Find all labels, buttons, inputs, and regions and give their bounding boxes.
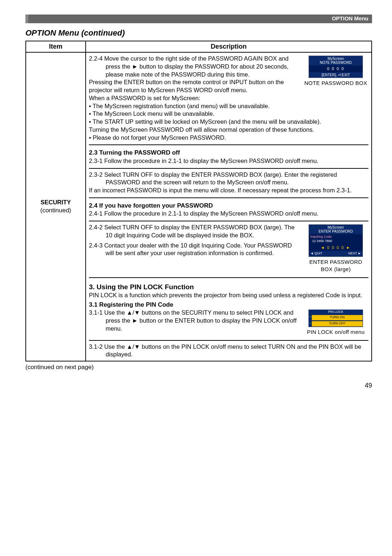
header-bar: OPTION Menu — [25, 15, 372, 23]
col-header-item: Item — [26, 41, 86, 52]
p-2-2-4-b1: • The MyScreen registration function (an… — [89, 102, 368, 110]
ui-note-l1: MyScreen — [310, 57, 361, 61]
ui-enter-right: NEXT ► — [348, 252, 361, 256]
p-2-2-4-b2: • The MyScreen Lock menu will be unavail… — [89, 110, 368, 118]
note-password-box-figure: MyScreen NOTE PASSWORD 0 0 0 0 [ENTER], … — [303, 56, 368, 86]
pin-lock-menu-figure: PIN LOCK •TURN ON •TURN OFF PIN LOCK on/… — [303, 310, 368, 335]
p-3-1-2: 3.1-2 Use the ▲/▼ buttons on the PIN LOC… — [89, 343, 368, 359]
section-heading: OPTION Menu (continued) — [25, 28, 372, 38]
item-cell-security: SECURITY (continued) — [26, 52, 86, 361]
pin-lock-menu-caption: PIN LOCK on/off menu — [303, 328, 368, 336]
p-3-intro: PIN LOCK is a function which prevents th… — [89, 291, 368, 299]
ui-note-hint: [ENTER], ⏎:EXIT — [309, 72, 363, 78]
ui-enter-l1: MyScreen — [310, 225, 361, 229]
item-title: SECURITY — [29, 199, 82, 207]
item-subtitle: (continued) — [29, 207, 82, 214]
p-2-4-1: 2.4-1 Follow the procedure in 2.1-1 to d… — [89, 210, 368, 218]
note-password-box-caption: NOTE PASSWORD BOX — [303, 79, 368, 87]
heading-3: 3. Using the PIN LOCK Function — [89, 282, 368, 291]
ui-pin-hdr: PIN LOCK — [309, 310, 363, 315]
enter-password-box-figure: MyScreen ENTER PASSWORD Inquiring Code 1… — [303, 224, 368, 273]
ui-enter-digits: ◄ 0 0 0 0 ► — [309, 244, 363, 251]
ui-pin-r2: TURN OFF — [312, 321, 363, 327]
page-number: 49 — [25, 382, 372, 389]
p-2-3-2: 2.3-2 Select TURN OFF to display the ENT… — [89, 171, 368, 187]
ui-enter-inq-label: Inquiring Code — [310, 235, 332, 238]
p-2-2-4-turn: Turning the MyScreen PASSWORD off will a… — [89, 126, 368, 134]
ui-note-digits: 0 0 0 0 — [309, 65, 363, 72]
p-2-2-4-when: When a PASSWORD is set for MyScreen: — [89, 94, 368, 102]
p-2-2-4-b3: • The START UP setting will be locked on… — [89, 118, 368, 126]
p-2-3-1: 2.3-1 Follow the procedure in 2.1-1 to d… — [89, 157, 368, 165]
col-header-description: Description — [86, 41, 372, 52]
description-cell: MyScreen NOTE PASSWORD 0 0 0 0 [ENTER], … — [86, 52, 372, 361]
continued-note: (continued on next page) — [25, 364, 372, 371]
ui-enter-l2: ENTER PASSWORD — [310, 229, 361, 233]
heading-2-3: 2.3 Turning the PASSWORD off — [89, 149, 368, 157]
option-menu-table: Item Description SECURITY (continued) My… — [25, 41, 372, 361]
header-tab-title: OPTION Menu — [332, 15, 368, 21]
ui-enter-inq-code: 12 3456 7890 — [312, 239, 332, 243]
p-2-2-4-b4: • Please do not forget your MyScreen PAS… — [89, 134, 368, 142]
ui-pin-r1: TURN ON — [312, 315, 363, 320]
heading-2-4: 2.4 If you have forgotten your PASSWORD — [89, 202, 368, 210]
p-2-3-2b: If an incorrect PASSWORD is input the me… — [89, 187, 368, 195]
enter-password-box-caption: ENTER PASSWORD BOX (large) — [303, 258, 368, 273]
ui-enter-left: ◄ QUIT — [310, 252, 322, 256]
ui-note-l2: NOTE PASSWORD — [310, 61, 361, 65]
heading-3-1: 3.1 Registering the PIN Code — [89, 301, 368, 309]
